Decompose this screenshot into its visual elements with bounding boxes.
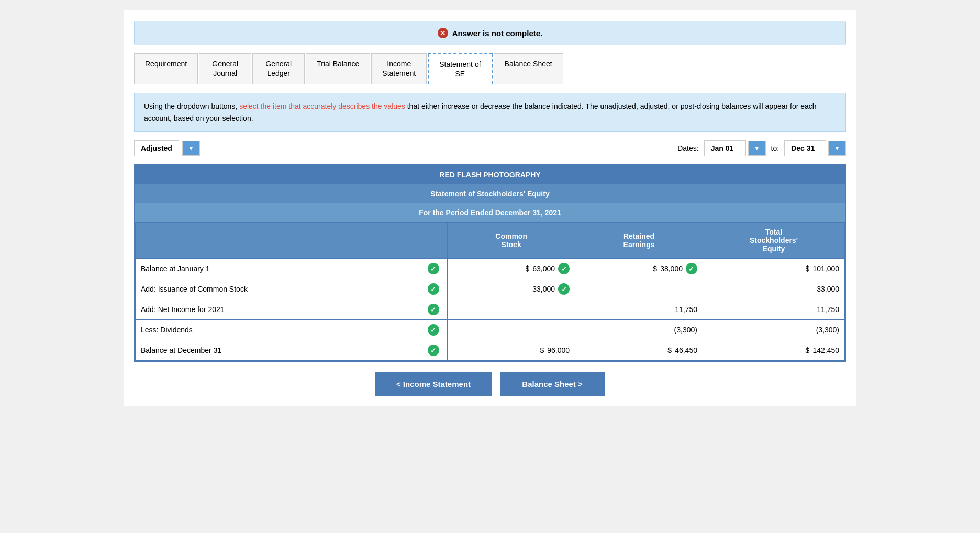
row-label: Add: Issuance of Common Stock: [136, 279, 419, 299]
tab-general-journal[interactable]: GeneralJournal: [199, 53, 251, 84]
dollar-sign: $: [806, 264, 810, 273]
row-label: Less: Dividends: [136, 320, 419, 340]
col-header-check: [419, 223, 448, 259]
tab-general-ledger[interactable]: GeneralLedger: [252, 53, 305, 84]
common-value: 33,000: [532, 285, 555, 293]
row-check: ✓: [419, 259, 448, 279]
retained-value: 11,750: [675, 305, 697, 314]
from-date-arrow[interactable]: ▼: [748, 141, 766, 156]
balance-type-control: Adjusted ▼: [134, 140, 200, 156]
row-common-stock: $63,000✓: [448, 259, 575, 279]
dollar-sign: $: [540, 346, 544, 354]
retained-value: 46,450: [675, 346, 697, 354]
row-check: ✓: [419, 299, 448, 320]
col-header-common: CommonStock: [448, 223, 575, 259]
row-label: Add: Net Income for 2021: [136, 299, 419, 320]
equity-table: CommonStock RetainedEarnings TotalStockh…: [135, 222, 845, 361]
col-header-label: [136, 223, 419, 259]
instruction-box: Using the dropdown buttons, select the i…: [134, 93, 846, 132]
row-label: Balance at December 31: [136, 340, 419, 361]
bottom-buttons: < Income Statement Balance Sheet >: [134, 372, 846, 396]
total-value: 33,000: [817, 285, 839, 293]
instruction-text-1: Using the dropdown buttons,: [144, 102, 239, 110]
period-header: For the Period Ended December 31, 2021: [135, 203, 845, 222]
table-row: Add: Net Income for 2021✓ 11,75011,750: [136, 299, 845, 320]
check-icon: ✓: [558, 263, 570, 274]
col-header-retained: RetainedEarnings: [575, 223, 703, 259]
dates-control: Dates: Jan 01 ▼ to: Dec 31 ▼: [677, 140, 846, 156]
main-table-container: RED FLASH PHOTOGRAPHY Statement of Stock…: [134, 164, 846, 362]
to-date-control: Dec 31 ▼: [784, 140, 846, 156]
instruction-highlight: select the item that accurately describe…: [239, 102, 405, 110]
table-row: Balance at December 31✓$96,000$46,450$14…: [136, 340, 845, 361]
check-icon: ✓: [428, 263, 439, 274]
dollar-sign: $: [806, 346, 810, 354]
next-button[interactable]: Balance Sheet >: [500, 372, 605, 396]
from-date-control: Jan 01 ▼: [704, 140, 766, 156]
row-total: $101,000: [703, 259, 844, 279]
dates-label: Dates:: [677, 144, 698, 152]
row-retained-earnings: $46,450: [575, 340, 703, 361]
tab-income-statement[interactable]: IncomeStatement: [371, 53, 427, 84]
tab-balance-sheet[interactable]: Balance Sheet: [494, 53, 563, 84]
dollar-sign: $: [653, 264, 657, 273]
common-value: 96,000: [547, 346, 570, 354]
row-common-stock: [448, 320, 575, 340]
table-row: Add: Issuance of Common Stock✓33,000✓ 33…: [136, 279, 845, 299]
row-common-stock: 33,000✓: [448, 279, 575, 299]
row-total: (3,300): [703, 320, 844, 340]
alert-bar: ✕ Answer is not complete.: [134, 21, 846, 45]
check-icon: ✓: [428, 345, 439, 356]
company-name-header: RED FLASH PHOTOGRAPHY: [135, 165, 845, 184]
col-header-total: TotalStockholders'Equity: [703, 223, 844, 259]
row-label: Balance at January 1: [136, 259, 419, 279]
common-value: 63,000: [532, 264, 555, 273]
row-total: 11,750: [703, 299, 844, 320]
table-row: Less: Dividends✓ (3,300)(3,300): [136, 320, 845, 340]
row-retained-earnings: (3,300): [575, 320, 703, 340]
tab-requirement[interactable]: Requirement: [134, 53, 198, 84]
total-value: (3,300): [816, 326, 839, 334]
controls-row: Adjusted ▼ Dates: Jan 01 ▼ to: Dec 31 ▼: [134, 140, 846, 156]
row-common-stock: $96,000: [448, 340, 575, 361]
alert-message: Answer is not complete.: [452, 29, 543, 38]
row-retained-earnings: [575, 279, 703, 299]
row-retained-earnings: $38,000✓: [575, 259, 703, 279]
table-row: Balance at January 1✓$63,000✓$38,000✓$10…: [136, 259, 845, 279]
total-value: 101,000: [812, 264, 839, 273]
row-total: $142,450: [703, 340, 844, 361]
check-icon: ✓: [428, 283, 439, 295]
total-value: 142,450: [812, 346, 839, 354]
row-check: ✓: [419, 340, 448, 361]
balance-type-arrow[interactable]: ▼: [182, 141, 200, 156]
tabs-container: Requirement GeneralJournal GeneralLedger…: [134, 53, 846, 84]
row-check: ✓: [419, 320, 448, 340]
tab-trial-balance[interactable]: Trial Balance: [306, 53, 370, 84]
row-total: 33,000: [703, 279, 844, 299]
from-date-value: Jan 01: [704, 140, 746, 156]
tab-statement-se[interactable]: Statement ofSE: [428, 53, 492, 84]
balance-type-dropdown[interactable]: Adjusted: [134, 140, 179, 156]
dollar-sign: $: [667, 346, 672, 354]
total-value: 11,750: [817, 305, 839, 314]
statement-title-header: Statement of Stockholders' Equity: [135, 184, 845, 203]
row-common-stock: [448, 299, 575, 320]
to-date-arrow[interactable]: ▼: [828, 141, 846, 156]
check-icon: ✓: [558, 283, 570, 295]
prev-button[interactable]: < Income Statement: [375, 372, 492, 396]
check-icon: ✓: [686, 263, 697, 274]
to-date-value: Dec 31: [784, 140, 826, 156]
to-label: to:: [771, 144, 779, 152]
retained-value: (3,300): [674, 326, 697, 334]
alert-icon: ✕: [438, 28, 448, 38]
retained-value: 38,000: [660, 264, 683, 273]
row-retained-earnings: 11,750: [575, 299, 703, 320]
check-icon: ✓: [428, 324, 439, 336]
dollar-sign: $: [525, 264, 529, 273]
check-icon: ✓: [428, 304, 439, 315]
row-check: ✓: [419, 279, 448, 299]
